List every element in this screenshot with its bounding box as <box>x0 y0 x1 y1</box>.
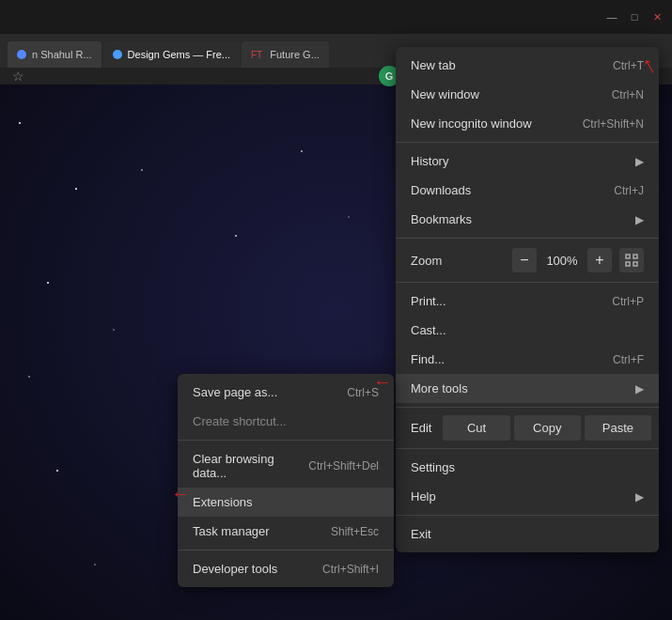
divider-4 <box>396 407 659 408</box>
tab-1[interactable]: Design Gems — Fre... <box>103 41 240 68</box>
maximize-button[interactable]: □ <box>627 9 642 24</box>
menu-item-find[interactable]: Find... Ctrl+F <box>396 345 659 374</box>
menu-item-developer-tools-label: Developer tools <box>193 562 277 576</box>
menu-item-bookmarks[interactable]: Bookmarks ▶ <box>396 205 659 234</box>
tab-label-1: Design Gems — Fre... <box>128 49 230 60</box>
svg-rect-2 <box>626 262 630 266</box>
menu-item-more-tools-arrow: ▶ <box>635 382 644 395</box>
close-button[interactable]: ✕ <box>649 9 664 24</box>
cut-button[interactable]: Cut <box>443 415 509 441</box>
menu-item-exit-label: Exit <box>411 527 431 541</box>
menu-item-extensions-label: Extensions <box>193 495 253 509</box>
tab-label-0: n Shahul R... <box>32 49 92 60</box>
menu-item-downloads-shortcut: Ctrl+J <box>614 184 644 197</box>
menu-item-find-label: Find... <box>411 352 445 366</box>
menu-item-new-window-label: New window <box>411 87 479 101</box>
tab-2[interactable]: FT Future G... <box>242 41 329 68</box>
menu-item-more-tools-label: More tools <box>411 381 468 395</box>
menu-item-incognito[interactable]: New incognito window Ctrl+Shift+N <box>396 109 659 138</box>
menu-item-save-page-shortcut: Ctrl+S <box>347 386 379 399</box>
menu-item-cast-label: Cast... <box>411 323 446 337</box>
menu-item-help[interactable]: Help ▶ <box>396 482 659 511</box>
menu-item-history-label: History <box>411 154 448 168</box>
title-bar: — □ ✕ <box>0 0 672 34</box>
menu-item-save-page[interactable]: Save page as... Ctrl+S <box>178 378 394 407</box>
menu-item-settings-label: Settings <box>411 460 455 474</box>
menu-item-bookmarks-arrow: ▶ <box>635 213 644 226</box>
menu-item-task-manager-shortcut: Shift+Esc <box>331 525 379 538</box>
menu-item-task-manager-label: Task manager <box>193 524 270 538</box>
sub-context-menu: Save page as... Ctrl+S Create shortcut..… <box>178 374 394 587</box>
menu-item-downloads-label: Downloads <box>411 183 471 197</box>
menu-item-clear-browsing-shortcut: Ctrl+Shift+Del <box>308 459 379 473</box>
svg-rect-0 <box>626 255 630 258</box>
menu-item-new-tab-shortcut: Ctrl+T <box>613 59 644 72</box>
svg-rect-3 <box>633 262 637 266</box>
menu-item-print-shortcut: Ctrl+P <box>612 295 644 308</box>
menu-item-bookmarks-label: Bookmarks <box>411 212 472 226</box>
menu-item-save-page-label: Save page as... <box>193 385 277 399</box>
tab-favicon-0 <box>17 50 26 59</box>
zoom-plus-button[interactable]: + <box>587 248 612 272</box>
tab-favicon-1 <box>113 50 122 59</box>
menu-item-print[interactable]: Print... Ctrl+P <box>396 287 659 316</box>
menu-item-downloads[interactable]: Downloads Ctrl+J <box>396 176 659 205</box>
window-controls: — □ ✕ <box>604 9 664 24</box>
menu-item-settings[interactable]: Settings <box>396 453 659 482</box>
tab-pinned-icon: FT <box>251 50 262 60</box>
menu-item-find-shortcut: Ctrl+F <box>613 353 644 366</box>
divider-6 <box>396 515 659 516</box>
menu-item-extensions[interactable]: Extensions <box>178 488 394 517</box>
tab-label-2: Future G... <box>270 49 320 60</box>
menu-item-task-manager[interactable]: Task manager Shift+Esc <box>178 517 394 546</box>
divider-5 <box>396 448 659 449</box>
zoom-minus-button[interactable]: − <box>512 248 537 272</box>
sub-divider-1 <box>178 440 394 441</box>
svg-rect-1 <box>633 255 637 258</box>
menu-item-history-arrow: ▶ <box>635 155 644 168</box>
menu-item-developer-tools-shortcut: Ctrl+Shift+I <box>322 563 379 576</box>
menu-item-help-arrow: ▶ <box>635 490 644 504</box>
menu-item-new-window[interactable]: New window Ctrl+N <box>396 80 659 109</box>
menu-item-create-shortcut-label: Create shortcut... <box>193 414 287 428</box>
menu-item-exit[interactable]: Exit <box>396 519 659 549</box>
menu-item-print-label: Print... <box>411 294 446 308</box>
tab-0[interactable]: n Shahul R... <box>8 41 102 68</box>
main-context-menu: New tab Ctrl+T New window Ctrl+N New inc… <box>396 47 659 552</box>
zoom-value: 100% <box>544 254 580 268</box>
menu-item-clear-browsing[interactable]: Clear browsing data... Ctrl+Shift+Del <box>178 444 394 488</box>
bookmark-icon[interactable]: ☆ <box>9 68 26 85</box>
menu-item-incognito-shortcut: Ctrl+Shift+N <box>583 117 644 131</box>
copy-button[interactable]: Copy <box>514 415 581 441</box>
minimize-button[interactable]: — <box>604 9 619 24</box>
menu-item-new-window-shortcut: Ctrl+N <box>612 88 644 101</box>
zoom-controls: − 100% + <box>512 248 644 272</box>
menu-item-create-shortcut[interactable]: Create shortcut... <box>178 407 394 436</box>
menu-item-developer-tools[interactable]: Developer tools Ctrl+Shift+I <box>178 554 394 583</box>
menu-item-incognito-label: New incognito window <box>411 116 532 131</box>
zoom-label: Zoom <box>411 254 512 268</box>
zoom-expand-button[interactable] <box>619 248 644 272</box>
edit-label: Edit <box>403 421 439 435</box>
sub-divider-2 <box>178 550 394 550</box>
menu-item-cast[interactable]: Cast... <box>396 316 659 345</box>
menu-item-clear-browsing-label: Clear browsing data... <box>193 452 308 480</box>
menu-item-new-tab-label: New tab <box>411 58 456 72</box>
menu-item-more-tools[interactable]: More tools ▶ <box>396 374 659 403</box>
divider-1 <box>396 142 659 143</box>
paste-button[interactable]: Paste <box>585 415 651 441</box>
divider-2 <box>396 238 659 239</box>
fullscreen-icon <box>625 254 638 267</box>
menu-item-history[interactable]: History ▶ <box>396 147 659 176</box>
zoom-row: Zoom − 100% + <box>396 242 659 278</box>
menu-item-help-label: Help <box>411 489 436 504</box>
menu-item-new-tab[interactable]: New tab Ctrl+T <box>396 51 659 80</box>
divider-3 <box>396 282 659 283</box>
edit-row: Edit Cut Copy Paste <box>396 411 659 444</box>
